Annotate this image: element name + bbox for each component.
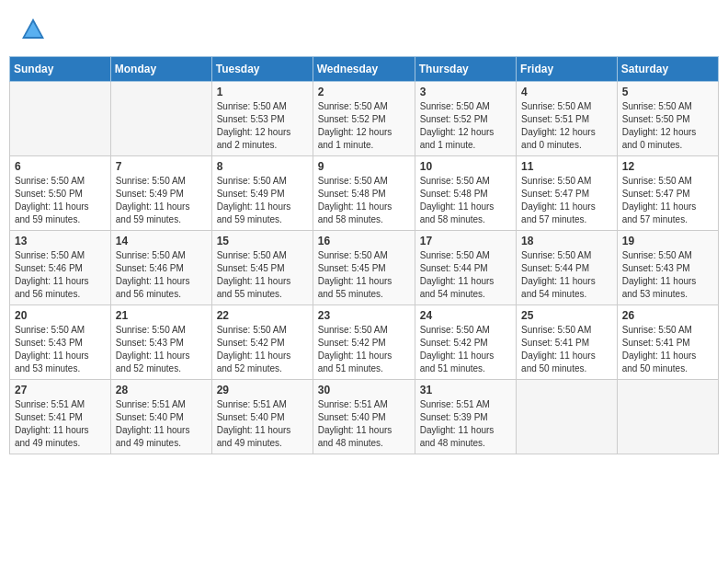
calendar-cell: 19Sunrise: 5:50 AM Sunset: 5:43 PM Dayli… bbox=[617, 231, 718, 305]
day-number: 26 bbox=[622, 309, 713, 322]
day-info: Sunrise: 5:50 AM Sunset: 5:48 PM Dayligh… bbox=[318, 175, 410, 226]
day-number: 3 bbox=[420, 86, 511, 98]
calendar-week-row: 20Sunrise: 5:50 AM Sunset: 5:43 PM Dayli… bbox=[10, 305, 719, 380]
logo bbox=[18, 17, 46, 47]
calendar-cell: 4Sunrise: 5:50 AM Sunset: 5:51 PM Daylig… bbox=[517, 82, 618, 156]
day-info: Sunrise: 5:50 AM Sunset: 5:43 PM Dayligh… bbox=[116, 324, 207, 375]
day-number: 9 bbox=[318, 160, 410, 173]
day-info: Sunrise: 5:50 AM Sunset: 5:44 PM Dayligh… bbox=[521, 249, 612, 301]
calendar-cell: 22Sunrise: 5:50 AM Sunset: 5:42 PM Dayli… bbox=[211, 305, 313, 380]
day-number: 30 bbox=[318, 384, 410, 396]
day-number: 10 bbox=[420, 160, 511, 173]
weekday-header: Tuesday bbox=[211, 57, 313, 82]
calendar-cell: 15Sunrise: 5:50 AM Sunset: 5:45 PM Dayli… bbox=[211, 231, 313, 305]
day-number: 21 bbox=[116, 309, 207, 322]
day-info: Sunrise: 5:50 AM Sunset: 5:53 PM Dayligh… bbox=[217, 100, 308, 152]
calendar-cell: 30Sunrise: 5:51 AM Sunset: 5:40 PM Dayli… bbox=[313, 380, 415, 454]
day-info: Sunrise: 5:50 AM Sunset: 5:42 PM Dayligh… bbox=[420, 324, 511, 375]
calendar-cell: 20Sunrise: 5:50 AM Sunset: 5:43 PM Dayli… bbox=[10, 305, 111, 380]
calendar-cell: 7Sunrise: 5:50 AM Sunset: 5:49 PM Daylig… bbox=[110, 156, 211, 231]
day-number: 1 bbox=[217, 86, 308, 98]
day-number: 31 bbox=[420, 384, 511, 396]
day-number: 12 bbox=[622, 160, 713, 173]
day-number: 6 bbox=[15, 160, 106, 173]
day-number: 7 bbox=[116, 160, 207, 173]
day-info: Sunrise: 5:51 AM Sunset: 5:39 PM Dayligh… bbox=[420, 398, 511, 450]
day-info: Sunrise: 5:50 AM Sunset: 5:45 PM Dayligh… bbox=[217, 249, 308, 301]
calendar-header: SundayMondayTuesdayWednesdayThursdayFrid… bbox=[10, 57, 719, 82]
day-info: Sunrise: 5:50 AM Sunset: 5:51 PM Dayligh… bbox=[521, 100, 612, 152]
calendar-week-row: 13Sunrise: 5:50 AM Sunset: 5:46 PM Dayli… bbox=[10, 231, 719, 305]
day-number: 4 bbox=[521, 86, 612, 98]
day-info: Sunrise: 5:50 AM Sunset: 5:41 PM Dayligh… bbox=[521, 324, 612, 375]
calendar-cell: 17Sunrise: 5:50 AM Sunset: 5:44 PM Dayli… bbox=[415, 231, 516, 305]
day-number: 13 bbox=[15, 235, 106, 247]
weekday-header: Friday bbox=[517, 57, 618, 82]
weekday-header: Saturday bbox=[617, 57, 718, 82]
day-info: Sunrise: 5:50 AM Sunset: 5:43 PM Dayligh… bbox=[15, 324, 106, 375]
calendar-cell: 26Sunrise: 5:50 AM Sunset: 5:41 PM Dayli… bbox=[617, 305, 718, 380]
calendar-table: SundayMondayTuesdayWednesdayThursdayFrid… bbox=[9, 56, 719, 454]
day-number: 24 bbox=[420, 309, 511, 322]
day-number: 22 bbox=[217, 309, 308, 322]
day-info: Sunrise: 5:51 AM Sunset: 5:40 PM Dayligh… bbox=[116, 398, 207, 450]
day-number: 16 bbox=[318, 235, 410, 247]
day-number: 2 bbox=[318, 86, 410, 98]
calendar-cell bbox=[110, 82, 211, 156]
day-number: 27 bbox=[15, 384, 106, 396]
logo-icon bbox=[20, 17, 46, 42]
calendar-cell: 8Sunrise: 5:50 AM Sunset: 5:49 PM Daylig… bbox=[211, 156, 313, 231]
weekday-header: Sunday bbox=[10, 57, 111, 82]
calendar-cell: 21Sunrise: 5:50 AM Sunset: 5:43 PM Dayli… bbox=[110, 305, 211, 380]
page-header bbox=[9, 9, 719, 52]
calendar-cell: 16Sunrise: 5:50 AM Sunset: 5:45 PM Dayli… bbox=[313, 231, 415, 305]
day-number: 20 bbox=[15, 309, 106, 322]
day-info: Sunrise: 5:50 AM Sunset: 5:46 PM Dayligh… bbox=[116, 249, 207, 301]
day-info: Sunrise: 5:50 AM Sunset: 5:48 PM Dayligh… bbox=[420, 175, 511, 226]
day-number: 23 bbox=[318, 309, 410, 322]
calendar-week-row: 1Sunrise: 5:50 AM Sunset: 5:53 PM Daylig… bbox=[10, 82, 719, 156]
calendar-week-row: 6Sunrise: 5:50 AM Sunset: 5:50 PM Daylig… bbox=[10, 156, 719, 231]
calendar-cell: 12Sunrise: 5:50 AM Sunset: 5:47 PM Dayli… bbox=[617, 156, 718, 231]
day-info: Sunrise: 5:51 AM Sunset: 5:41 PM Dayligh… bbox=[15, 398, 106, 450]
day-info: Sunrise: 5:51 AM Sunset: 5:40 PM Dayligh… bbox=[318, 398, 410, 450]
weekday-row: SundayMondayTuesdayWednesdayThursdayFrid… bbox=[10, 57, 719, 82]
calendar-cell: 14Sunrise: 5:50 AM Sunset: 5:46 PM Dayli… bbox=[110, 231, 211, 305]
calendar-body: 1Sunrise: 5:50 AM Sunset: 5:53 PM Daylig… bbox=[10, 82, 719, 454]
calendar-cell: 9Sunrise: 5:50 AM Sunset: 5:48 PM Daylig… bbox=[313, 156, 415, 231]
calendar-cell: 31Sunrise: 5:51 AM Sunset: 5:39 PM Dayli… bbox=[415, 380, 516, 454]
calendar-cell: 28Sunrise: 5:51 AM Sunset: 5:40 PM Dayli… bbox=[110, 380, 211, 454]
day-info: Sunrise: 5:50 AM Sunset: 5:41 PM Dayligh… bbox=[622, 324, 713, 375]
day-info: Sunrise: 5:51 AM Sunset: 5:40 PM Dayligh… bbox=[217, 398, 308, 450]
day-number: 18 bbox=[521, 235, 612, 247]
calendar-cell bbox=[10, 82, 111, 156]
calendar-week-row: 27Sunrise: 5:51 AM Sunset: 5:41 PM Dayli… bbox=[10, 380, 719, 454]
day-info: Sunrise: 5:50 AM Sunset: 5:42 PM Dayligh… bbox=[217, 324, 308, 375]
calendar-cell: 6Sunrise: 5:50 AM Sunset: 5:50 PM Daylig… bbox=[10, 156, 111, 231]
day-info: Sunrise: 5:50 AM Sunset: 5:50 PM Dayligh… bbox=[15, 175, 106, 226]
weekday-header: Monday bbox=[110, 57, 211, 82]
calendar-cell: 1Sunrise: 5:50 AM Sunset: 5:53 PM Daylig… bbox=[211, 82, 313, 156]
calendar-cell: 3Sunrise: 5:50 AM Sunset: 5:52 PM Daylig… bbox=[415, 82, 516, 156]
logo-text bbox=[18, 17, 46, 47]
day-info: Sunrise: 5:50 AM Sunset: 5:46 PM Dayligh… bbox=[15, 249, 106, 301]
day-info: Sunrise: 5:50 AM Sunset: 5:47 PM Dayligh… bbox=[521, 175, 612, 226]
day-number: 14 bbox=[116, 235, 207, 247]
day-info: Sunrise: 5:50 AM Sunset: 5:49 PM Dayligh… bbox=[217, 175, 308, 226]
day-number: 11 bbox=[521, 160, 612, 173]
calendar-cell: 10Sunrise: 5:50 AM Sunset: 5:48 PM Dayli… bbox=[415, 156, 516, 231]
calendar-cell: 11Sunrise: 5:50 AM Sunset: 5:47 PM Dayli… bbox=[517, 156, 618, 231]
day-number: 5 bbox=[622, 86, 713, 98]
day-number: 15 bbox=[217, 235, 308, 247]
day-number: 28 bbox=[116, 384, 207, 396]
day-number: 29 bbox=[217, 384, 308, 396]
calendar-cell: 23Sunrise: 5:50 AM Sunset: 5:42 PM Dayli… bbox=[313, 305, 415, 380]
calendar-cell: 13Sunrise: 5:50 AM Sunset: 5:46 PM Dayli… bbox=[10, 231, 111, 305]
calendar-cell: 5Sunrise: 5:50 AM Sunset: 5:50 PM Daylig… bbox=[617, 82, 718, 156]
day-info: Sunrise: 5:50 AM Sunset: 5:49 PM Dayligh… bbox=[116, 175, 207, 226]
calendar-cell: 27Sunrise: 5:51 AM Sunset: 5:41 PM Dayli… bbox=[10, 380, 111, 454]
calendar-cell: 29Sunrise: 5:51 AM Sunset: 5:40 PM Dayli… bbox=[211, 380, 313, 454]
day-info: Sunrise: 5:50 AM Sunset: 5:47 PM Dayligh… bbox=[622, 175, 713, 226]
calendar-cell bbox=[517, 380, 618, 454]
day-info: Sunrise: 5:50 AM Sunset: 5:45 PM Dayligh… bbox=[318, 249, 410, 301]
